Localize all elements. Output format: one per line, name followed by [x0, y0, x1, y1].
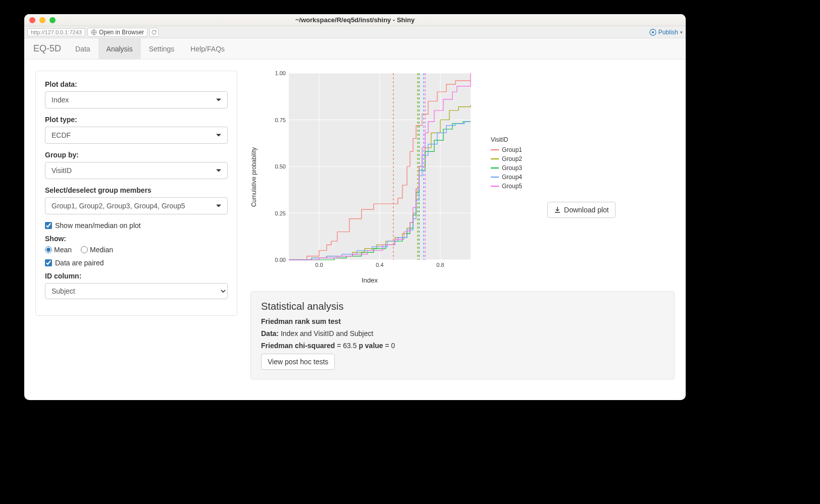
stats-data-value: Index and VisitID and Subject [281, 329, 373, 338]
members-label: Select/deselect group members [45, 186, 228, 194]
stats-chisq-value: 63.5 [343, 342, 356, 350]
plot-data-value: Index [52, 96, 69, 104]
plot-type-value: ECDF [52, 131, 71, 139]
stats-heading: Statistical analysis [261, 301, 664, 312]
plot-type-label: Plot type: [45, 116, 228, 124]
id-column-select[interactable]: Subject [45, 283, 228, 299]
legend-item: Group2 [491, 155, 522, 162]
browser-toolbar: http://127.0.0.1:7243 Open in Browser Pu… [24, 26, 686, 38]
publish-label: Publish [658, 29, 678, 36]
stats-data-label: Data: [261, 329, 279, 338]
show-mean-median-label: Show mean/median on plot [55, 221, 141, 230]
show-mean-median-checkbox[interactable]: Show mean/median on plot [45, 221, 228, 230]
data-paired-checkbox[interactable]: Data are paired [45, 259, 228, 267]
plot-legend: VisitID Group1Group2Group3Group4Group5 [491, 136, 522, 192]
stats-panel: Statistical analysis Friedman rank sum t… [250, 291, 675, 379]
globe-icon [91, 29, 97, 35]
show-label: Show: [45, 235, 228, 243]
stats-pval-label: p value [358, 342, 383, 350]
app-window: ~/workspace/R/eq5d/inst/shiny - Shiny ht… [24, 14, 686, 400]
show-radio-group: Mean Median [45, 246, 228, 254]
download-plot-label: Download plot [564, 206, 609, 214]
plot-data-select[interactable]: Index [45, 91, 228, 108]
stats-chisq-label: Friedman chi-squared [261, 342, 335, 350]
svg-text:0.25: 0.25 [275, 210, 286, 216]
plot-area: 0.000.250.500.751.000.00.40.8 [264, 71, 476, 274]
members-select[interactable]: Group1, Group2, Group3, Group4, Group5 [45, 197, 228, 214]
radio-mean[interactable]: Mean [45, 246, 72, 254]
nav-tab-analysis[interactable]: Analysis [98, 38, 141, 59]
sidebar-panel: Plot data: Index Plot type: ECDF Group b… [35, 71, 237, 316]
svg-text:0.8: 0.8 [436, 262, 444, 268]
titlebar: ~/workspace/R/eq5d/inst/shiny - Shiny [24, 14, 686, 26]
chevron-down-icon: ▾ [680, 30, 683, 35]
navbar: EQ-5D DataAnalysisSettingsHelp/FAQs [24, 38, 686, 60]
plot-zone: Cumulative probability 0.000.250.500.751… [250, 71, 675, 284]
brand[interactable]: EQ-5D [33, 38, 67, 59]
group-by-select[interactable]: VisitID [45, 162, 228, 179]
main-panel: Cumulative probability 0.000.250.500.751… [250, 71, 675, 389]
members-value: Group1, Group2, Group3, Group4, Group5 [52, 202, 185, 210]
open-in-browser-button[interactable]: Open in Browser [87, 28, 147, 37]
legend-title: VisitID [491, 136, 522, 143]
window-title: ~/workspace/R/eq5d/inst/shiny - Shiny [24, 16, 686, 24]
radio-mean-input[interactable] [45, 246, 52, 253]
post-hoc-button[interactable]: View post hoc tests [261, 354, 335, 370]
publish-button[interactable]: Publish ▾ [649, 29, 683, 36]
legend-item: Group4 [491, 174, 522, 181]
download-plot-button[interactable]: Download plot [547, 202, 616, 218]
radio-median[interactable]: Median [81, 246, 113, 254]
legend-item: Group1 [491, 146, 522, 153]
svg-text:0.0: 0.0 [315, 262, 323, 268]
nav-tab-settings[interactable]: Settings [141, 38, 183, 59]
svg-text:0.75: 0.75 [275, 117, 286, 123]
stats-pval-value: 0 [391, 342, 395, 350]
url-field[interactable]: http://127.0.0.1:7243 [27, 28, 85, 36]
post-hoc-label: View post hoc tests [268, 358, 328, 366]
data-paired-input[interactable] [45, 259, 52, 266]
group-by-value: VisitID [52, 166, 72, 175]
legend-item: Group5 [491, 183, 522, 190]
download-icon [554, 206, 561, 213]
id-column-label: ID column: [45, 272, 228, 280]
stats-test-name: Friedman rank sum test [261, 317, 341, 325]
plot-data-label: Plot data: [45, 80, 228, 88]
group-by-label: Group by: [45, 151, 228, 159]
plot-ylabel: Cumulative probability [250, 147, 258, 207]
data-paired-label: Data are paired [55, 259, 104, 267]
reload-button[interactable] [149, 28, 159, 37]
radio-median-input[interactable] [81, 246, 88, 253]
svg-text:0.4: 0.4 [376, 262, 383, 268]
svg-text:0.00: 0.00 [275, 257, 286, 263]
plot-xlabel: Index [264, 276, 476, 284]
svg-point-2 [652, 31, 654, 33]
show-mean-median-input[interactable] [45, 222, 52, 229]
ecdf-chart: 0.000.250.500.751.000.00.40.8 [264, 71, 476, 272]
nav-tab-data[interactable]: Data [67, 38, 98, 59]
legend-item: Group3 [491, 164, 522, 172]
page-content: Plot data: Index Plot type: ECDF Group b… [24, 60, 686, 400]
reload-icon [151, 29, 157, 35]
plot-type-select[interactable]: ECDF [45, 127, 228, 144]
nav-tab-help-faqs[interactable]: Help/FAQs [182, 38, 233, 59]
publish-icon [649, 29, 656, 36]
svg-text:1.00: 1.00 [275, 71, 286, 76]
open-in-browser-label: Open in Browser [99, 29, 144, 36]
svg-text:0.50: 0.50 [275, 163, 286, 170]
